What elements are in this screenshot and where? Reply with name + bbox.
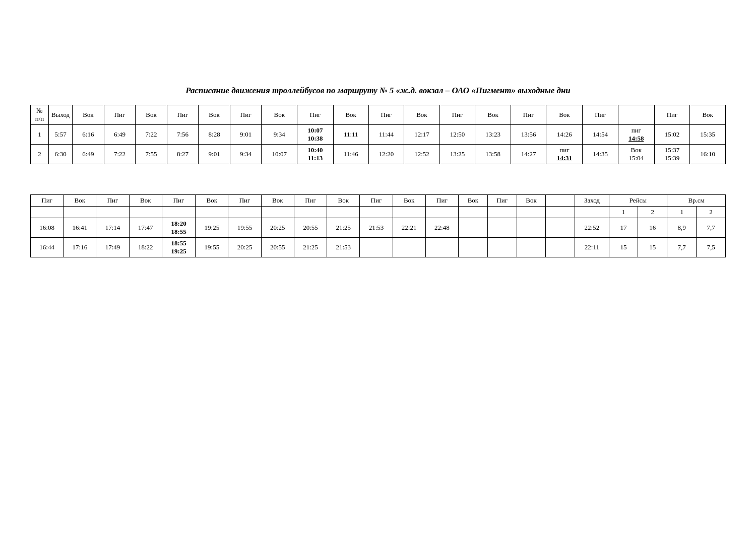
col-header-3: Пиг: [104, 105, 136, 125]
cell2-r1-0: 16:08: [31, 218, 64, 238]
col2-header-5: Вок: [196, 195, 228, 207]
cell2-r2-9: 21:53: [327, 238, 360, 257]
cell2-r2-17: 22:11: [575, 238, 609, 257]
col-header-19: Пиг: [654, 105, 690, 125]
subhdr-5: [196, 207, 228, 218]
col2-header-8: Пиг: [294, 195, 327, 207]
col-header-16: Вок: [546, 105, 583, 125]
cell2-r2-18: 15: [609, 238, 638, 257]
cell2-r2-5: 19:55: [196, 238, 228, 257]
col2-header-17: Заход: [575, 195, 609, 207]
cell2-r2-7: 20:55: [261, 238, 294, 257]
col-header-9: Пиг: [297, 105, 334, 125]
cell-r2-13: 13:25: [439, 145, 475, 164]
cell2-r2-2: 17:49: [96, 238, 129, 257]
col2-header-0: Пиг: [31, 195, 64, 207]
col2-header-2: Пиг: [96, 195, 129, 207]
cell2-r2-6: 20:25: [228, 238, 261, 257]
subhdr-21: 2: [697, 207, 726, 218]
table2-subheader-row: 1212: [31, 207, 726, 218]
cell2-r1-14: [487, 218, 517, 238]
col-header-17: Пиг: [583, 105, 618, 125]
subhdr-7: [261, 207, 294, 218]
cell-r1-14: 13:23: [475, 125, 511, 145]
schedule-table-2: ПигВокПигВокПигВокПигВокПигВокПигВокПигВ…: [30, 194, 726, 257]
cell2-r1-3: 17:47: [129, 218, 162, 238]
subhdr-11: [393, 207, 425, 218]
col-header-0: №п/п: [31, 105, 49, 125]
cell-r1-12: 12:17: [404, 125, 440, 145]
col-header-7: Пиг: [230, 105, 262, 125]
subhdr-8: [294, 207, 327, 218]
table1-header-row: №п/пВыходВокПигВокПигВокПигВокПигВокПигВ…: [31, 105, 726, 125]
cell2-r1-8: 20:55: [294, 218, 327, 238]
cell2-r1-18: 17: [609, 218, 638, 238]
col2-header-7: Вок: [261, 195, 294, 207]
cell2-r2-1: 17:16: [64, 238, 96, 257]
cell-r2-7: 9:34: [230, 145, 262, 164]
cell2-r1-13: [459, 218, 488, 238]
col-header-8: Вок: [262, 105, 297, 125]
cell-r2-16: пиг14:31: [546, 145, 583, 164]
subhdr-2: [96, 207, 129, 218]
cell-r2-4: 7:55: [136, 145, 167, 164]
cell-r2-11: 12:20: [368, 145, 404, 164]
col-header-18: [618, 105, 654, 125]
cell-r1-16: 14:26: [546, 125, 583, 145]
cell2-r1-4: 18:2018:55: [162, 218, 195, 238]
subhdr-1: [64, 207, 96, 218]
cell-r2-8: 10:07: [262, 145, 297, 164]
cell-r2-18: Вок15:04: [618, 145, 654, 164]
cell2-r1-20: 8,9: [667, 218, 697, 238]
cell-r1-19: 15:02: [654, 125, 690, 145]
page-title: Расписание движения троллейбусов по марш…: [30, 86, 726, 96]
cell-r1-7: 9:01: [230, 125, 262, 145]
table2-header-row: ПигВокПигВокПигВокПигВокПигВокПигВокПигВ…: [31, 195, 726, 207]
cell-r2-12: 12:52: [404, 145, 440, 164]
cell2-r1-5: 19:25: [196, 218, 228, 238]
cell-r1-8: 9:34: [262, 125, 297, 145]
col-header-11: Пиг: [368, 105, 404, 125]
cell-r1-15: 13:56: [511, 125, 546, 145]
cell-r1-20: 15:35: [690, 125, 726, 145]
cell-r1-5: 7:56: [167, 125, 199, 145]
cell2-r2-3: 18:22: [129, 238, 162, 257]
table1-data-row1: 15:576:166:497:227:568:289:019:3410:0710…: [31, 125, 726, 145]
cell-r2-3: 7:22: [104, 145, 136, 164]
subhdr-4: [162, 207, 195, 218]
cell2-r2-10: [360, 238, 393, 257]
table1-data-row2: 26:306:497:227:558:279:019:3410:0710:401…: [31, 145, 726, 164]
cell-r1-0: 1: [31, 125, 49, 145]
subhdr-14: [487, 207, 517, 218]
col-header-2: Вок: [73, 105, 104, 125]
subhdr-10: [360, 207, 393, 218]
cell-r1-9: 10:0710:38: [297, 125, 334, 145]
cell2-r2-4: 18:5519:25: [162, 238, 195, 257]
cell2-r2-14: [487, 238, 517, 257]
cell-r2-15: 14:27: [511, 145, 546, 164]
col-header-14: Вок: [475, 105, 511, 125]
col2-header-18: Рейсы: [609, 195, 667, 207]
cell-r1-6: 8:28: [199, 125, 230, 145]
cell2-r1-6: 19:55: [228, 218, 261, 238]
cell2-r2-16: [546, 238, 575, 257]
col2-header-14: Пиг: [487, 195, 517, 207]
col2-header-10: Пиг: [360, 195, 393, 207]
cell2-r1-2: 17:14: [96, 218, 129, 238]
cell2-r2-20: 7,7: [667, 238, 697, 257]
cell-r2-6: 9:01: [199, 145, 230, 164]
col-header-13: Пиг: [439, 105, 475, 125]
table2-data-row1: 16:0816:4117:1417:4718:2018:5519:2519:55…: [31, 218, 726, 238]
subhdr-17: [575, 207, 609, 218]
col-header-6: Вок: [199, 105, 230, 125]
cell-r2-10: 11:46: [333, 145, 368, 164]
cell-r1-17: 14:54: [583, 125, 618, 145]
cell-r2-17: 14:35: [583, 145, 618, 164]
table1-wrap: №п/пВыходВокПигВокПигВокПигВокПигВокПигВ…: [30, 105, 726, 164]
cell-r1-13: 12:50: [439, 125, 475, 145]
subhdr-18: 1: [609, 207, 638, 218]
cell2-r2-21: 7,5: [697, 238, 726, 257]
col-header-20: Вок: [690, 105, 726, 125]
col2-header-3: Вок: [129, 195, 162, 207]
subhdr-0: [31, 207, 64, 218]
